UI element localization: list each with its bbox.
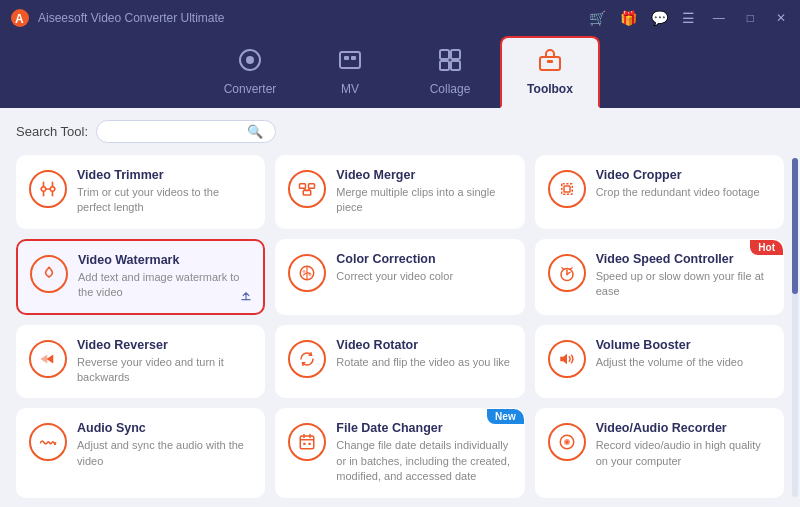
converter-icon <box>238 48 262 78</box>
converter-label: Converter <box>224 82 277 96</box>
search-icon: 🔍 <box>247 124 263 139</box>
tool-card-video-speed-controller[interactable]: Video Speed ControllerSpeed up or slow d… <box>535 239 784 315</box>
svg-rect-10 <box>451 61 460 70</box>
video-rotator-desc: Rotate and flip the video as you like <box>336 355 511 370</box>
file-date-changer-title: File Date Changer <box>336 421 511 435</box>
svg-rect-12 <box>547 60 553 63</box>
tool-card-video-reverser[interactable]: Video ReverserReverse your video and tur… <box>16 325 265 399</box>
nav-item-converter[interactable]: Converter <box>200 36 300 108</box>
title-bar-controls: 🛒 🎁 💬 ☰ — □ ✕ <box>589 9 790 27</box>
svg-rect-17 <box>304 191 312 196</box>
collage-icon <box>438 48 462 78</box>
title-bar: A Aiseesoft Video Converter Ultimate 🛒 🎁… <box>0 0 800 36</box>
toolbox-icon <box>538 48 562 78</box>
upload-icon <box>239 288 253 305</box>
file-date-changer-icon <box>288 423 326 461</box>
scroll-bar <box>792 158 798 497</box>
video-rotator-icon <box>288 340 326 378</box>
tool-card-file-date-changer[interactable]: File Date ChangerChange file date detail… <box>275 408 524 497</box>
video-trimmer-icon <box>29 170 67 208</box>
svg-rect-6 <box>351 56 356 60</box>
content-area: Search Tool: 🔍 Video TrimmerTrim or cut … <box>0 108 800 507</box>
app-title: Aiseesoft Video Converter Ultimate <box>38 11 225 25</box>
video-watermark-title: Video Watermark <box>78 253 251 267</box>
mv-label: MV <box>341 82 359 96</box>
tool-card-video-watermark[interactable]: Video WatermarkAdd text and image waterm… <box>16 239 265 315</box>
svg-point-3 <box>246 56 254 64</box>
audio-sync-title: Audio Sync <box>77 421 252 435</box>
cart-icon[interactable]: 🛒 <box>589 10 606 26</box>
minimize-button[interactable]: — <box>709 9 729 27</box>
volume-booster-icon <box>548 340 586 378</box>
tools-grid: Video TrimmerTrim or cut your videos to … <box>16 155 784 498</box>
video-trimmer-desc: Trim or cut your videos to the perfect l… <box>77 185 252 216</box>
tool-card-volume-booster[interactable]: Volume BoosterAdjust the volume of the v… <box>535 325 784 399</box>
color-correction-desc: Correct your video color <box>336 269 511 284</box>
video-rotator-title: Video Rotator <box>336 338 511 352</box>
volume-booster-desc: Adjust the volume of the video <box>596 355 771 370</box>
nav-item-mv[interactable]: MV <box>300 36 400 108</box>
video-audio-recorder-desc: Record video/audio in high quality on yo… <box>596 438 771 469</box>
app-logo: A <box>10 8 30 28</box>
maximize-button[interactable]: □ <box>743 9 758 27</box>
menu-icon[interactable]: ☰ <box>682 10 695 26</box>
tool-card-video-merger[interactable]: Video MergerMerge multiple clips into a … <box>275 155 524 229</box>
video-merger-title: Video Merger <box>336 168 511 182</box>
video-speed-controller-icon <box>548 254 586 292</box>
volume-booster-title: Volume Booster <box>596 338 771 352</box>
search-label: Search Tool: <box>16 124 88 139</box>
tool-card-video-cropper[interactable]: Video CropperCrop the redundant video fo… <box>535 155 784 229</box>
svg-point-13 <box>41 187 46 192</box>
video-audio-recorder-title: Video/Audio Recorder <box>596 421 771 435</box>
video-merger-icon <box>288 170 326 208</box>
svg-rect-29 <box>309 443 311 445</box>
close-button[interactable]: ✕ <box>772 9 790 27</box>
svg-rect-7 <box>440 50 449 59</box>
nav-bar: Converter MV Collage <box>0 36 800 108</box>
svg-point-32 <box>565 441 568 444</box>
svg-text:A: A <box>15 12 24 26</box>
title-bar-left: A Aiseesoft Video Converter Ultimate <box>10 8 225 28</box>
video-speed-controller-title: Video Speed Controller <box>596 252 771 266</box>
audio-sync-desc: Adjust and sync the audio with the video <box>77 438 252 469</box>
svg-rect-19 <box>564 186 570 192</box>
video-merger-desc: Merge multiple clips into a single piece <box>336 185 511 216</box>
svg-rect-4 <box>340 52 360 68</box>
scroll-thumb <box>792 158 798 294</box>
svg-rect-16 <box>309 184 315 189</box>
video-watermark-desc: Add text and image watermark to the vide… <box>78 270 251 301</box>
tool-card-video-trimmer[interactable]: Video TrimmerTrim or cut your videos to … <box>16 155 265 229</box>
collage-label: Collage <box>430 82 471 96</box>
toolbox-label: Toolbox <box>527 82 573 96</box>
tool-card-color-correction[interactable]: Color CorrectionCorrect your video color <box>275 239 524 315</box>
color-correction-icon <box>288 254 326 292</box>
video-trimmer-title: Video Trimmer <box>77 168 252 182</box>
svg-rect-9 <box>440 61 449 70</box>
search-bar: Search Tool: 🔍 <box>16 120 784 143</box>
tool-card-video-rotator[interactable]: Video RotatorRotate and flip the video a… <box>275 325 524 399</box>
svg-rect-15 <box>300 184 306 189</box>
svg-rect-27 <box>301 436 315 449</box>
video-watermark-icon <box>30 255 68 293</box>
file-date-changer-desc: Change file date details individually or… <box>336 438 511 484</box>
message-icon[interactable]: 💬 <box>651 10 668 26</box>
svg-rect-11 <box>540 57 560 70</box>
svg-point-21 <box>303 270 306 273</box>
video-cropper-title: Video Cropper <box>596 168 771 182</box>
svg-rect-5 <box>344 56 349 60</box>
svg-marker-26 <box>560 353 567 364</box>
nav-item-toolbox[interactable]: Toolbox <box>500 36 600 108</box>
svg-rect-28 <box>304 443 306 445</box>
video-speed-controller-desc: Speed up or slow down your file at ease <box>596 269 771 300</box>
video-reverser-icon <box>29 340 67 378</box>
nav-item-collage[interactable]: Collage <box>400 36 500 108</box>
tool-card-audio-sync[interactable]: Audio SyncAdjust and sync the audio with… <box>16 408 265 497</box>
search-input[interactable] <box>107 125 247 139</box>
search-input-wrap[interactable]: 🔍 <box>96 120 276 143</box>
video-reverser-title: Video Reverser <box>77 338 252 352</box>
audio-sync-icon <box>29 423 67 461</box>
tool-card-video-audio-recorder[interactable]: Video/Audio RecorderRecord video/audio i… <box>535 408 784 497</box>
video-speed-controller-badge: Hot <box>750 240 783 255</box>
gift-icon[interactable]: 🎁 <box>620 10 637 26</box>
file-date-changer-badge: New <box>487 409 524 424</box>
